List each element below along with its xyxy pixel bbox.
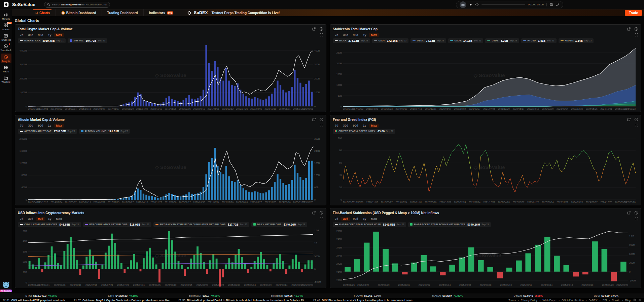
captions-icon[interactable] bbox=[549, 3, 553, 6]
brand-name[interactable]: SoSoValue bbox=[12, 2, 35, 7]
range-30d[interactable]: 30d bbox=[341, 33, 351, 37]
legend-item-usdt[interactable]: USDT:172.16BSep 23 bbox=[372, 38, 408, 43]
legend-item-cumulative-net-inflows[interactable]: CUMULATIVE NET INFLOWS:$46.65BSep 23 bbox=[18, 222, 81, 227]
range-7d[interactable]: 7d bbox=[18, 33, 26, 37]
range-30d[interactable]: 30d bbox=[26, 33, 36, 37]
share-icon[interactable] bbox=[627, 118, 631, 122]
legend-item-fiat-backed-stablecoin-cumulative-net-inflows[interactable]: FIAT-BACKED STABLECOIN CUMULATIVE NET IN… bbox=[153, 222, 250, 227]
range-1y[interactable]: 1y bbox=[361, 124, 368, 128]
info-icon[interactable] bbox=[634, 27, 638, 31]
ticker-item-btc[interactable]: BTC:$113,040.3+0.06% bbox=[26, 294, 57, 297]
ticker-item-ssimag7[interactable]: ssiMAG7:$26.7+0.06% bbox=[189, 294, 220, 297]
range-90d[interactable]: 90d bbox=[36, 33, 45, 37]
footer-link-official-verification[interactable]: Official Verification bbox=[562, 299, 584, 302]
footer-link-terms[interactable]: Terms bbox=[508, 299, 516, 302]
range-1y[interactable]: 1y bbox=[46, 217, 53, 221]
expand-icon[interactable] bbox=[635, 33, 638, 37]
legend-item-usds[interactable]: USDS:8.20BSep 23 bbox=[485, 38, 519, 43]
expand-icon[interactable] bbox=[320, 217, 323, 221]
range-1y[interactable]: 1y bbox=[361, 217, 368, 221]
playback-speed-icon[interactable] bbox=[475, 3, 479, 6]
footer-link-cookie[interactable]: Cookie bbox=[612, 299, 620, 302]
range-max[interactable]: Max bbox=[369, 33, 379, 37]
range-7d[interactable]: 7d bbox=[18, 124, 26, 128]
range-90d[interactable]: 90d bbox=[351, 33, 360, 37]
range-max[interactable]: Max bbox=[54, 217, 64, 221]
play-button[interactable] bbox=[469, 3, 472, 6]
sidebar-item-tokenbar[interactable]: TokenBar® bbox=[1, 43, 11, 53]
ticker-item-dydx[interactable]: DYDX:$0.6048-2.98% bbox=[513, 294, 543, 297]
ticker-item-ssimeme[interactable]: ssiMeme:$19.66+1.04% bbox=[271, 294, 303, 297]
legend-item-crypto-fear-greed-index[interactable]: CRYPTO FEAR & GREED INDEX:43.00Sep 22 bbox=[333, 129, 395, 134]
share-icon[interactable] bbox=[312, 211, 316, 215]
legend-item-altcoin-market-cap[interactable]: ALTCOIN MARKET CAP:1748.38BSep 23 bbox=[18, 129, 77, 134]
globe-icon[interactable] bbox=[633, 298, 636, 302]
legend-item-market-cap[interactable]: MARKET CAP:4019.48BSep 21 bbox=[18, 38, 66, 43]
ai-socials-widget[interactable]: AI·Socials bbox=[0, 280, 12, 294]
info-icon[interactable] bbox=[634, 118, 638, 122]
player-progress-bar[interactable] bbox=[481, 4, 525, 5]
expand-icon[interactable] bbox=[320, 124, 323, 127]
x-icon[interactable] bbox=[638, 298, 641, 302]
share-icon[interactable] bbox=[312, 27, 316, 31]
tab-bitcoin-dashboard[interactable]: ฿Bitcoin Dashboard bbox=[56, 9, 102, 16]
sidebar-item-watchlist[interactable]: Watchlist bbox=[1, 74, 11, 84]
legend-item-usde[interactable]: USDE:14.15BSep 23 bbox=[448, 38, 484, 43]
ticker-item-eth[interactable]: ETH:$4,208.33+0.18% bbox=[108, 294, 138, 297]
range-30d[interactable]: 30d bbox=[26, 217, 36, 221]
sidebar-item-macro[interactable]: Macro bbox=[1, 64, 11, 74]
range-90d[interactable]: 90d bbox=[351, 217, 360, 221]
range-max[interactable]: Max bbox=[54, 33, 64, 37]
sidebar-item-analysis[interactable]: Analysis bbox=[1, 54, 11, 63]
range-30d[interactable]: 30d bbox=[341, 124, 351, 128]
range-90d[interactable]: 90d bbox=[36, 124, 45, 128]
sidebar-item-indexes[interactable]: IndexesBuy bbox=[1, 22, 11, 32]
sidebar-item-newsfeed[interactable]: NewsFeed bbox=[1, 32, 11, 42]
range-7d[interactable]: 7d bbox=[333, 217, 341, 221]
range-max[interactable]: Max bbox=[54, 124, 64, 128]
tab-trading-dashboard[interactable]: Trading Dashboard bbox=[102, 9, 144, 16]
sidebar-item-markets[interactable]: Markets bbox=[1, 11, 11, 21]
legend-item-etf-cumulative-net-inflows[interactable]: ETF CUMULATIVE NET INFLOWS:$18.93BSep 23 bbox=[83, 222, 151, 227]
info-icon[interactable] bbox=[319, 118, 323, 122]
info-icon[interactable] bbox=[634, 211, 638, 215]
sodex-banner[interactable]: SoDEX Testnet Perps Trading Competition … bbox=[187, 10, 280, 15]
footer-link-ssi[interactable]: SSI bbox=[603, 299, 607, 302]
expand-icon[interactable] bbox=[320, 33, 323, 37]
pen-icon[interactable] bbox=[556, 3, 560, 6]
info-icon[interactable] bbox=[319, 27, 323, 31]
footer-link-blog[interactable]: Blog bbox=[625, 299, 631, 302]
info-icon[interactable] bbox=[319, 211, 323, 215]
ticker-item-bsv[interactable]: BSV:$24.390.00% bbox=[594, 294, 619, 297]
share-icon[interactable] bbox=[627, 27, 631, 31]
range-7d[interactable]: 7d bbox=[333, 124, 341, 128]
range-7d[interactable]: 7d bbox=[333, 33, 341, 37]
legend-item-fiat-backed-stablecoins-mcap[interactable]: FIAT-BACKED STABLECOINS MCAP:$249.51BSep… bbox=[333, 222, 406, 227]
range-30d[interactable]: 30d bbox=[341, 217, 351, 221]
ticker-item-flow[interactable]: FLOW:$0.3610.00% bbox=[354, 294, 381, 297]
news-item[interactable]: 21:49OKX Star retweet reveals X Layer in… bbox=[313, 299, 413, 302]
range-90d[interactable]: 90d bbox=[36, 217, 45, 221]
legend-item-usdc[interactable]: USDC:74.13BSep 23 bbox=[410, 38, 446, 43]
legend-item-altcoin-volume[interactable]: ALTCOIN VOLUME:191.81BSep 23 bbox=[79, 129, 130, 134]
search-input[interactable]: Search SSI/Mag7/Meme/ETF/Coin/Index/Char… bbox=[44, 2, 110, 8]
range-max[interactable]: Max bbox=[369, 217, 379, 221]
footer-link-sodex[interactable]: SoDEX bbox=[589, 299, 598, 302]
legend-item-24h-vol[interactable]: 24H VOL:104.72BSep 21 bbox=[68, 38, 107, 43]
range-90d[interactable]: 90d bbox=[351, 124, 360, 128]
ticker-item-mana[interactable]: MANA:$0.2954+1.82% bbox=[432, 294, 463, 297]
expand-icon[interactable] bbox=[635, 124, 638, 127]
sosovalue-logo-icon[interactable] bbox=[4, 2, 9, 7]
range-1y[interactable]: 1y bbox=[46, 124, 53, 128]
range-7d[interactable]: 7d bbox=[18, 217, 26, 221]
news-item[interactable]: 21:57Coinbase: Mag7 + Crypto Stock Index… bbox=[74, 299, 170, 302]
share-icon[interactable] bbox=[312, 118, 316, 122]
legend-item-fiat-backed-stablecoins-net-inflows[interactable]: FIAT-BACKED STABLECOINS NET INFLOWS:$340… bbox=[408, 222, 491, 227]
legend-item-mcap[interactable]: MCAP:273.18BSep 23 bbox=[333, 38, 370, 43]
footer-link-privacy-policy[interactable]: Privacy Policy bbox=[521, 299, 538, 302]
legend-item-fdusd[interactable]: FDUSD:1.14BSep 23 bbox=[559, 38, 594, 43]
expand-icon[interactable] bbox=[635, 217, 638, 221]
footer-link-whitepaper[interactable]: WhitePaper bbox=[542, 299, 557, 302]
news-item[interactable]: 22:01OKX will launch AVNT perpetual cont… bbox=[3, 299, 65, 302]
tab-charts[interactable]: Charts bbox=[29, 9, 56, 16]
